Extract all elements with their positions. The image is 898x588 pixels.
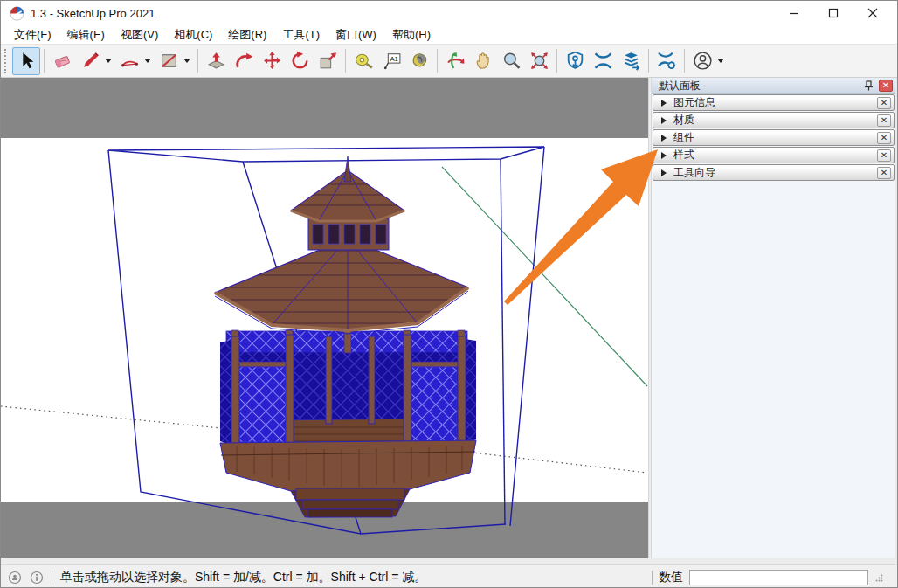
status-hint-text: 单击或拖动以选择对象。Shift = 加/减。Ctrl = 加。Shift + … bbox=[60, 570, 426, 585]
push-pull-icon bbox=[205, 50, 227, 72]
orbit-tool-button[interactable] bbox=[441, 47, 469, 75]
panel-body bbox=[652, 182, 895, 558]
help-info-icon[interactable] bbox=[30, 571, 44, 585]
select-arrow-icon bbox=[16, 50, 38, 72]
resize-grip-icon[interactable] bbox=[875, 570, 883, 585]
flip-along-button[interactable] bbox=[589, 47, 617, 75]
menu-window[interactable]: 窗口(W) bbox=[328, 25, 384, 45]
toolbar-grip[interactable] bbox=[4, 49, 10, 73]
eraser-icon bbox=[52, 50, 73, 72]
arc-tool-button[interactable] bbox=[115, 47, 143, 75]
geolocation-icon[interactable] bbox=[8, 571, 22, 585]
eraser-tool-button[interactable] bbox=[48, 47, 76, 75]
tray-styles[interactable]: 样式 ✕ bbox=[653, 147, 895, 163]
rotate-tool-button[interactable] bbox=[286, 47, 314, 75]
maximize-button[interactable] bbox=[813, 1, 853, 25]
share-component-button[interactable] bbox=[617, 47, 645, 75]
rotate-icon bbox=[289, 50, 311, 72]
zoom-icon bbox=[501, 50, 522, 72]
tray-instructor[interactable]: 工具向导 ✕ bbox=[653, 164, 895, 181]
panel-header: 默认面板 ✕ bbox=[652, 78, 895, 94]
title-bar: 1.3 - SketchUp Pro 2021 bbox=[1, 1, 897, 25]
account-icon bbox=[692, 50, 714, 72]
arc-icon bbox=[119, 50, 141, 72]
measurement-input[interactable] bbox=[689, 570, 868, 585]
layers-share-icon bbox=[620, 50, 642, 72]
measurement-label: 数值 bbox=[659, 570, 683, 585]
tape-measure-icon bbox=[353, 50, 375, 72]
default-tray-panel: 默认面板 ✕ 图元信息 ✕ 材质 ✕ 组件 ✕ 样式 ✕ 工具 bbox=[652, 78, 895, 558]
push-pull-tool-button[interactable] bbox=[202, 47, 230, 75]
expand-arrow-icon bbox=[661, 117, 667, 124]
orbit-icon bbox=[445, 50, 466, 72]
menu-view[interactable]: 视图(V) bbox=[113, 25, 166, 45]
paint-bucket-tool-button[interactable] bbox=[405, 47, 433, 75]
status-divider bbox=[652, 571, 653, 585]
flip-icon bbox=[592, 50, 614, 72]
extension-warehouse-button[interactable] bbox=[561, 47, 589, 75]
tray-close-button[interactable]: ✕ bbox=[877, 132, 891, 144]
expand-arrow-icon bbox=[661, 100, 667, 107]
account-dropdown[interactable] bbox=[717, 59, 724, 63]
menu-camera[interactable]: 相机(C) bbox=[166, 25, 220, 45]
move-tool-button[interactable] bbox=[258, 47, 286, 75]
line-tool-dropdown[interactable] bbox=[105, 59, 112, 63]
maximize-icon bbox=[828, 8, 839, 18]
tape-measure-tool-button[interactable] bbox=[349, 47, 377, 75]
menu-draw[interactable]: 绘图(R) bbox=[220, 25, 274, 45]
menu-edit[interactable]: 编辑(E) bbox=[59, 25, 113, 45]
tray-close-button[interactable]: ✕ bbox=[877, 97, 891, 109]
gazebo-model bbox=[211, 156, 490, 517]
expand-arrow-icon bbox=[661, 152, 667, 159]
move-icon bbox=[261, 50, 283, 72]
zoom-tool-button[interactable] bbox=[497, 47, 525, 75]
follow-me-tool-button[interactable] bbox=[230, 47, 258, 75]
scale-icon bbox=[317, 50, 339, 72]
status-divider bbox=[52, 571, 52, 585]
text-tool-button[interactable]: A1 bbox=[377, 47, 405, 75]
close-icon bbox=[867, 8, 878, 18]
minimize-button[interactable] bbox=[774, 1, 813, 25]
window-title: 1.3 - SketchUp Pro 2021 bbox=[31, 7, 774, 20]
tray-close-button[interactable]: ✕ bbox=[877, 149, 891, 162]
modeling-viewport[interactable] bbox=[1, 78, 648, 558]
tray-close-button[interactable]: ✕ bbox=[877, 167, 891, 179]
expand-arrow-icon bbox=[661, 135, 667, 142]
extension-warehouse-icon bbox=[564, 50, 586, 72]
pan-tool-button[interactable] bbox=[469, 47, 497, 75]
rectangle-tool-dropdown[interactable] bbox=[183, 59, 190, 63]
line-tool-button[interactable] bbox=[76, 47, 104, 75]
menu-bar: 文件(F) 编辑(E) 视图(V) 相机(C) 绘图(R) 工具(T) 窗口(W… bbox=[1, 25, 897, 45]
panel-close-button[interactable]: ✕ bbox=[879, 80, 893, 92]
follow-me-icon bbox=[233, 50, 255, 72]
tray-materials[interactable]: 材质 ✕ bbox=[653, 112, 895, 128]
tray-components[interactable]: 组件 ✕ bbox=[653, 129, 895, 146]
menu-tools[interactable]: 工具(T) bbox=[274, 25, 328, 45]
svg-text:A1: A1 bbox=[390, 55, 398, 63]
paint-bucket-icon bbox=[409, 50, 431, 72]
arc-tool-dropdown[interactable] bbox=[144, 59, 151, 63]
text-icon: A1 bbox=[381, 50, 403, 72]
menu-help[interactable]: 帮助(H) bbox=[384, 25, 439, 45]
rectangle-tool-button[interactable] bbox=[155, 47, 183, 75]
zoom-extents-icon bbox=[528, 50, 550, 72]
select-tool-button[interactable] bbox=[12, 47, 40, 75]
window-chrome-strip bbox=[1, 558, 897, 564]
tray-entity-info[interactable]: 图元信息 ✕ bbox=[653, 94, 895, 111]
status-bar: 单击或拖动以选择对象。Shift = 加/减。Ctrl = 加。Shift + … bbox=[1, 564, 897, 588]
tray-close-button[interactable]: ✕ bbox=[877, 114, 891, 127]
sketchup-logo-icon bbox=[10, 6, 24, 21]
extension-manager-icon bbox=[656, 50, 678, 72]
main-area: 默认面板 ✕ 图元信息 ✕ 材质 ✕ 组件 ✕ 样式 ✕ 工具 bbox=[1, 78, 897, 558]
extension-manager-button[interactable] bbox=[653, 47, 680, 75]
minimize-icon bbox=[789, 8, 799, 18]
zoom-extents-button[interactable] bbox=[525, 47, 553, 75]
close-button[interactable] bbox=[853, 1, 892, 25]
account-button[interactable] bbox=[688, 47, 716, 75]
scale-tool-button[interactable] bbox=[314, 47, 342, 75]
menu-file[interactable]: 文件(F) bbox=[6, 25, 59, 45]
viewport-sky-band bbox=[1, 78, 648, 138]
viewport-canvas[interactable] bbox=[1, 78, 648, 558]
pin-icon[interactable] bbox=[861, 80, 875, 93]
pencil-icon bbox=[79, 50, 101, 72]
